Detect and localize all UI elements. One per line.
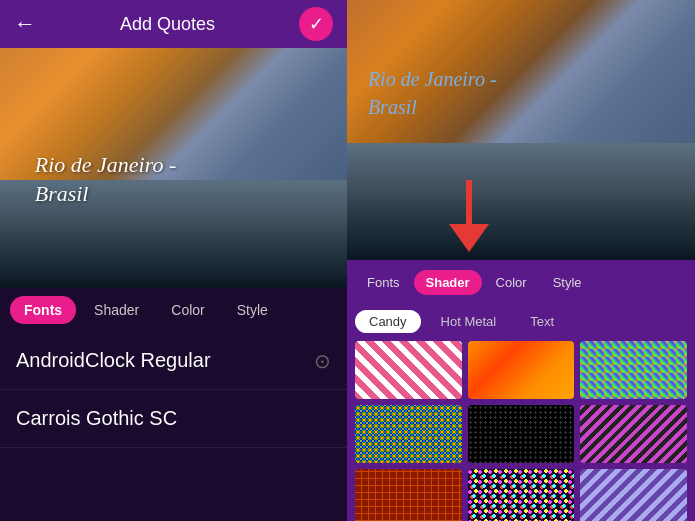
- shader-subtabs: Candy Hot Metal Text: [355, 310, 687, 333]
- tab-shader-left[interactable]: Shader: [80, 296, 153, 324]
- shader-item-stripes[interactable]: [580, 405, 687, 463]
- shader-tab-text[interactable]: Text: [516, 310, 568, 333]
- sunset-background-right: [347, 0, 695, 260]
- font-name-carrois: Carrois Gothic SC: [16, 407, 177, 430]
- shader-item-diagonal[interactable]: [580, 469, 687, 521]
- back-button[interactable]: ←: [14, 11, 36, 37]
- tab-color-right[interactable]: Color: [484, 270, 539, 295]
- tab-color-left[interactable]: Color: [157, 296, 218, 324]
- tab-style-left[interactable]: Style: [223, 296, 282, 324]
- quote-overlay-left: Rio de Janeiro - Brasil: [35, 151, 177, 208]
- shader-item-colorful[interactable]: [355, 405, 462, 463]
- image-right: Rio de Janeiro - Brasil: [347, 0, 695, 260]
- shader-item-dots[interactable]: [468, 405, 575, 463]
- shader-content: Candy Hot Metal Text: [347, 304, 695, 521]
- font-item-carrois[interactable]: Carrois Gothic SC: [0, 390, 347, 448]
- header: ← Add Quotes ✓: [0, 0, 347, 48]
- red-arrow-right: [439, 180, 499, 255]
- shader-grid: [355, 341, 687, 521]
- tab-shader-right[interactable]: Shader: [414, 270, 482, 295]
- ground-right: [347, 143, 695, 260]
- svg-marker-3: [449, 224, 489, 252]
- tab-bar-left: Fonts Shader Color Style: [0, 288, 347, 332]
- right-panel: Rio de Janeiro - Brasil Fonts Shader Col…: [347, 0, 695, 521]
- check-icon: ✓: [309, 13, 324, 35]
- shader-item-candy[interactable]: [355, 341, 462, 399]
- tab-bar-right: Fonts Shader Color Style: [347, 260, 695, 304]
- quote-overlay-right: Rio de Janeiro - Brasil: [368, 65, 497, 121]
- shader-item-hot-metal[interactable]: [468, 341, 575, 399]
- shader-item-sparkle[interactable]: [468, 469, 575, 521]
- font-check-android: ⊙: [314, 349, 331, 373]
- shader-item-text[interactable]: [580, 341, 687, 399]
- left-panel: ← Add Quotes ✓ Rio de Janeiro - Brasil F…: [0, 0, 347, 521]
- font-list: AndroidClock Regular ⊙ Carrois Gothic SC: [0, 332, 347, 521]
- shader-tab-candy[interactable]: Candy: [355, 310, 421, 333]
- font-item-android[interactable]: AndroidClock Regular ⊙: [0, 332, 347, 390]
- header-title: Add Quotes: [36, 14, 299, 35]
- shader-item-grid-pattern[interactable]: [355, 469, 462, 521]
- shader-tab-hot-metal[interactable]: Hot Metal: [427, 310, 511, 333]
- tab-style-right[interactable]: Style: [541, 270, 594, 295]
- tab-fonts-left[interactable]: Fonts: [10, 296, 76, 324]
- tab-fonts-right[interactable]: Fonts: [355, 270, 412, 295]
- font-name-android: AndroidClock Regular: [16, 349, 211, 372]
- confirm-button[interactable]: ✓: [299, 7, 333, 41]
- image-left: Rio de Janeiro - Brasil: [0, 48, 347, 288]
